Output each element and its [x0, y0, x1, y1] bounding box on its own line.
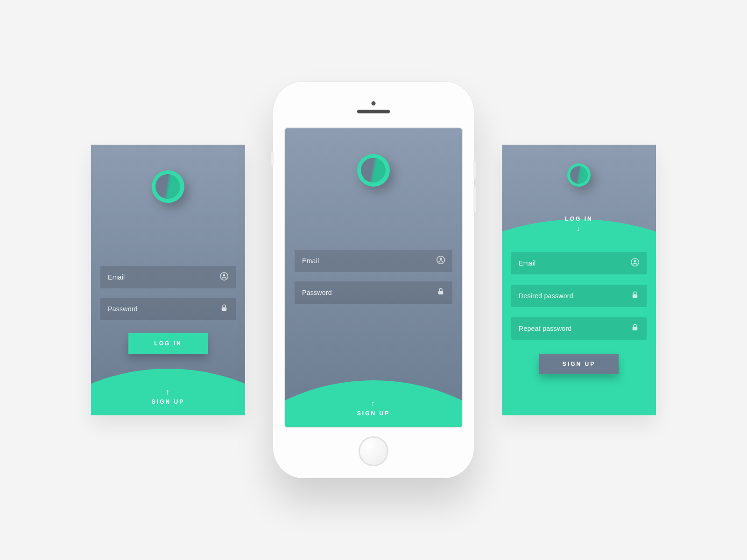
signup-screen: LOG IN ↓ Email Desired password Repeat p…	[502, 145, 656, 415]
arrow-up-icon: ↑	[166, 388, 171, 396]
user-icon	[220, 272, 228, 282]
email-placeholder: Email	[302, 257, 437, 265]
login-form: Email Password	[295, 250, 452, 304]
login-label: LOG IN	[565, 216, 592, 222]
svg-point-1	[223, 274, 226, 276]
signup-form: Email Desired password Repeat password S…	[511, 252, 647, 374]
lock-icon	[631, 291, 639, 301]
desired-password-placeholder: Desired password	[519, 292, 631, 300]
svg-rect-8	[633, 294, 638, 298]
home-button[interactable]	[359, 436, 388, 466]
side-button	[473, 161, 476, 179]
svg-rect-9	[633, 327, 638, 331]
signup-link[interactable]: ↑ SIGN UP	[285, 400, 462, 417]
phone-frame: Email Password ↑ SIGN UP	[273, 82, 474, 478]
speaker-icon	[357, 110, 390, 113]
login-screen: Email Password LOG IN ↑ SIGN UP	[91, 145, 245, 415]
password-field[interactable]: Password	[100, 298, 236, 320]
email-field[interactable]: Email	[295, 250, 452, 272]
app-logo	[357, 154, 390, 187]
arrow-up-icon: ↑	[371, 400, 376, 407]
signup-label: SIGN UP	[357, 410, 390, 417]
signup-button[interactable]: SIGN UP	[539, 354, 619, 374]
desired-password-field[interactable]: Desired password	[511, 285, 647, 307]
lock-icon	[220, 304, 228, 314]
mute-switch	[271, 152, 274, 166]
email-field[interactable]: Email	[100, 266, 236, 288]
repeat-password-placeholder: Repeat password	[519, 325, 631, 332]
user-icon	[437, 256, 445, 266]
login-form: Email Password LOG IN	[100, 266, 236, 354]
side-button	[473, 187, 476, 212]
front-camera-icon	[372, 101, 376, 105]
repeat-password-field[interactable]: Repeat password	[511, 317, 647, 340]
app-logo	[152, 170, 184, 203]
lock-icon	[437, 287, 445, 298]
svg-rect-5	[438, 291, 444, 295]
password-placeholder: Password	[108, 305, 220, 313]
app-logo	[567, 163, 591, 187]
login-button[interactable]: LOG IN	[128, 333, 208, 354]
lock-icon	[631, 323, 639, 334]
email-placeholder: Email	[519, 259, 631, 267]
phone-login-screen: Email Password ↑ SIGN UP	[285, 128, 462, 427]
password-field[interactable]: Password	[295, 281, 452, 304]
signup-link[interactable]: ↑ SIGN UP	[91, 388, 245, 405]
signup-label: SIGN UP	[152, 399, 184, 405]
email-field[interactable]: Email	[511, 252, 647, 274]
arrow-down-icon: ↓	[577, 225, 582, 232]
svg-point-4	[440, 258, 442, 260]
svg-point-7	[634, 260, 636, 262]
user-icon	[631, 258, 639, 268]
email-placeholder: Email	[108, 273, 220, 281]
login-link[interactable]: LOG IN ↓	[502, 216, 656, 232]
password-placeholder: Password	[302, 289, 437, 296]
svg-rect-2	[222, 308, 227, 311]
